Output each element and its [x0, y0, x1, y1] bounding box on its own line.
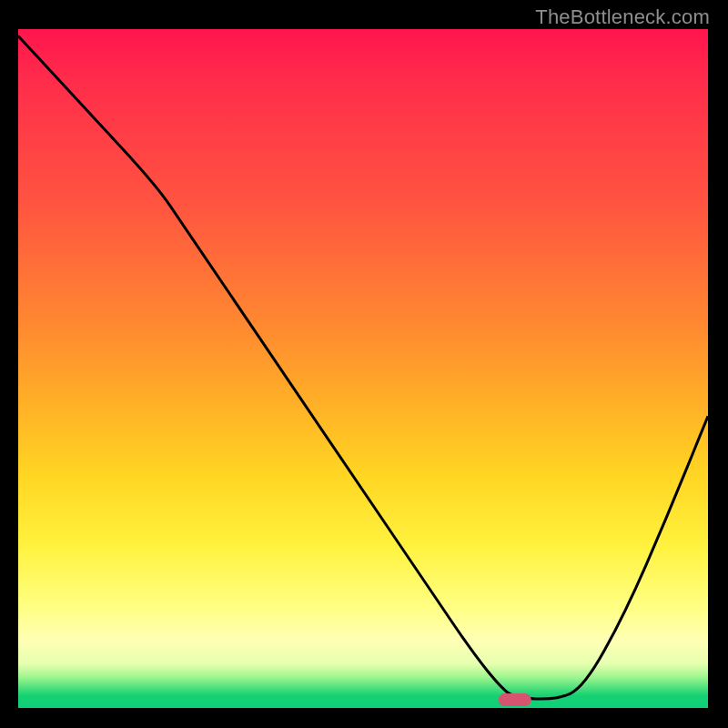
bottleneck-curve-layer — [18, 29, 708, 708]
optimal-point-marker — [499, 693, 531, 706]
watermark-text: TheBottleneck.com — [535, 5, 710, 29]
bottleneck-curve — [18, 35, 708, 699]
chart-frame: TheBottleneck.com — [0, 0, 728, 728]
plot-area — [18, 29, 708, 708]
